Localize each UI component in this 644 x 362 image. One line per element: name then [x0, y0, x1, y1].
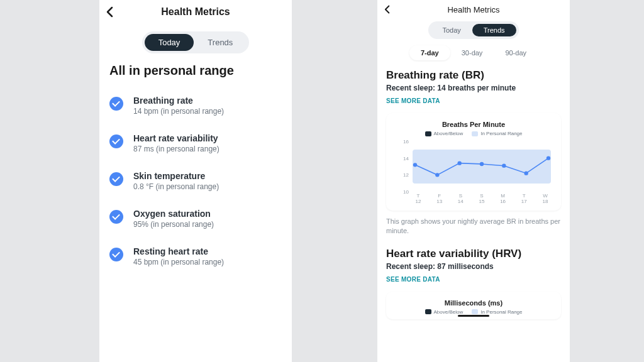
range-tabs: 7-day 30-day 90-day	[377, 45, 570, 60]
legend-label: Above/Below	[434, 131, 464, 136]
x-tick-label: S14	[455, 193, 466, 204]
x-tick-label: T12	[413, 193, 424, 204]
svg-point-4	[502, 163, 506, 167]
home-indicator	[458, 315, 489, 317]
x-tick-label: S15	[476, 193, 487, 204]
swatch-icon	[472, 309, 478, 314]
screen-today: Health Metrics Today Trends All in perso…	[99, 0, 292, 362]
header: Health Metrics	[99, 0, 292, 24]
list-item[interactable]: Breathing rate 14 bpm (in personal range…	[109, 96, 282, 116]
check-icon	[109, 134, 123, 148]
metric-title: Skin temperature	[133, 171, 219, 181]
svg-point-2	[457, 161, 461, 165]
list-item[interactable]: Skin temperature 0.8 °F (in personal ran…	[109, 171, 282, 191]
page-title: Health Metrics	[161, 6, 230, 18]
legend-label: In Personal Range	[480, 309, 522, 315]
check-icon	[109, 97, 123, 111]
metric-title: Resting heart rate	[133, 246, 224, 256]
y-tick-label: 14	[403, 155, 409, 161]
list-item[interactable]: Resting heart rate 45 bpm (in personal r…	[109, 246, 282, 266]
x-tick-label: W18	[540, 193, 551, 204]
range-30day[interactable]: 30-day	[450, 45, 494, 60]
back-button[interactable]	[384, 5, 391, 14]
legend-item: Above/Below	[425, 131, 464, 136]
section-subtitle: Recent sleep: 87 milliseconds	[386, 262, 561, 271]
view-tabs: Today Trends	[99, 31, 292, 53]
page-title: Health Metrics	[447, 5, 499, 14]
screen-trends: Health Metrics Today Trends 7-day 30-day…	[377, 0, 570, 362]
metric-title: Oxygen saturation	[133, 209, 214, 219]
chart-legend: Above/Below In Personal Range	[396, 309, 551, 315]
range-90day[interactable]: 90-day	[494, 45, 538, 60]
metric-title: Breathing rate	[133, 96, 224, 106]
chart-card: Milliseconds (ms) Above/Below In Persona…	[386, 292, 561, 319]
svg-point-1	[435, 173, 439, 177]
header: Health Metrics	[377, 0, 570, 19]
svg-point-3	[480, 162, 484, 166]
legend-item: Above/Below	[425, 309, 464, 315]
summary-headline: All in personal range	[99, 63, 292, 78]
x-tick-label: M16	[497, 193, 509, 204]
y-tick-label: 16	[403, 139, 409, 145]
check-icon	[109, 172, 123, 186]
metric-value: 95% (in personal range)	[133, 220, 214, 229]
chart-title: Milliseconds (ms)	[396, 299, 551, 307]
metric-value: 0.8 °F (in personal range)	[133, 182, 219, 191]
svg-point-0	[413, 163, 417, 167]
tab-trends[interactable]: Trends	[194, 34, 247, 51]
legend-label: In Personal Range	[480, 131, 522, 136]
x-tick-label: T17	[518, 193, 530, 204]
range-7day[interactable]: 7-day	[409, 45, 450, 60]
list-item[interactable]: Heart rate variability 87 ms (in persona…	[109, 133, 282, 153]
section-subtitle: Recent sleep: 14 breaths per minute	[386, 84, 561, 92]
swatch-icon	[425, 309, 431, 314]
back-button[interactable]	[106, 6, 114, 18]
section-title: Breathing rate (BR)	[386, 69, 561, 82]
see-more-link[interactable]: SEE MORE DATA	[386, 276, 440, 283]
legend-item: In Personal Range	[472, 309, 522, 315]
chart-area: 16141210 T12F13S14S15M16T17W18	[396, 141, 551, 204]
metric-title: Heart rate variability	[133, 133, 219, 143]
swatch-icon	[472, 131, 478, 136]
metric-value: 45 bpm (in personal range)	[133, 258, 224, 266]
metric-value: 87 ms (in personal range)	[133, 145, 219, 153]
tab-trends[interactable]: Trends	[472, 24, 516, 36]
legend-label: Above/Below	[434, 309, 464, 315]
tab-today[interactable]: Today	[431, 24, 472, 36]
list-item[interactable]: Oxygen saturation 95% (in personal range…	[109, 209, 282, 229]
svg-point-6	[547, 156, 550, 160]
chart-caption: This graph shows your nightly average BR…	[386, 217, 561, 236]
legend-item: In Personal Range	[472, 131, 522, 136]
swatch-icon	[425, 131, 431, 136]
y-tick-label: 10	[403, 189, 409, 195]
tab-today[interactable]: Today	[145, 34, 194, 51]
y-tick-label: 12	[403, 172, 409, 178]
section-title: Heart rate variability (HRV)	[386, 248, 561, 260]
check-icon	[109, 248, 123, 261]
x-tick-label: F13	[434, 193, 445, 204]
check-icon	[109, 210, 123, 224]
view-tabs: Today Trends	[377, 21, 570, 39]
chart-title: Breaths Per Minute	[396, 121, 551, 128]
chevron-left-icon	[106, 6, 114, 18]
metric-list: Breathing rate 14 bpm (in personal range…	[99, 96, 292, 266]
chart-card: Breaths Per Minute Above/Below In Person…	[386, 113, 561, 211]
see-more-link[interactable]: SEE MORE DATA	[386, 97, 440, 104]
metric-value: 14 bpm (in personal range)	[133, 107, 224, 116]
svg-point-5	[524, 171, 528, 175]
chevron-left-icon	[384, 5, 391, 14]
chart-legend: Above/Below In Personal Range	[396, 131, 551, 136]
